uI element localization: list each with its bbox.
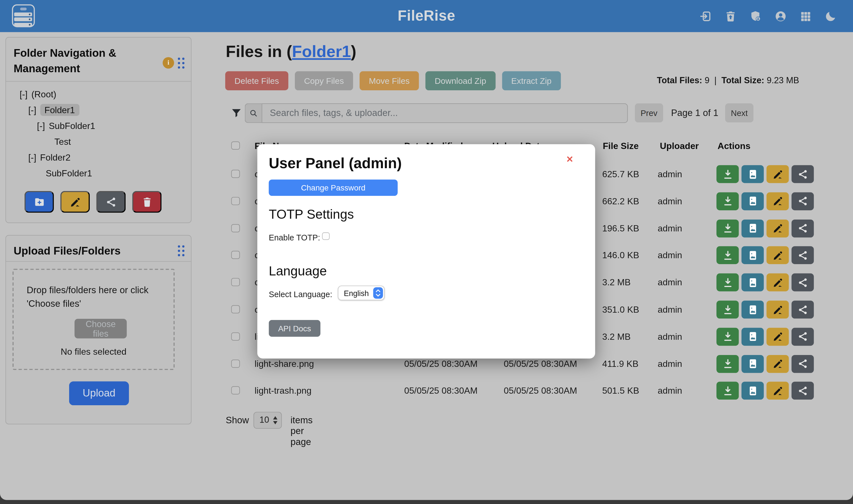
move-files-button[interactable]: Move Files bbox=[360, 71, 419, 90]
share-file-button[interactable] bbox=[792, 165, 814, 183]
preview-file-button[interactable] bbox=[742, 301, 764, 319]
admin-shield-icon[interactable] bbox=[750, 10, 762, 22]
user-profile-icon[interactable] bbox=[775, 10, 786, 22]
next-page-button[interactable]: Next bbox=[725, 103, 754, 122]
folder-tree-item-test[interactable]: Test bbox=[6, 134, 191, 149]
share-file-button[interactable] bbox=[792, 219, 814, 237]
row-checkbox[interactable] bbox=[231, 332, 240, 341]
folder-tree-item-folder1[interactable]: [-]Folder1 bbox=[6, 102, 191, 118]
preview-file-button[interactable] bbox=[742, 246, 764, 265]
choose-files-button[interactable]: Choose files bbox=[74, 319, 127, 338]
drag-handle-icon[interactable] bbox=[178, 58, 184, 69]
share-file-button[interactable] bbox=[792, 301, 814, 319]
file-dropzone[interactable]: Drop files/folders here or click 'Choose… bbox=[13, 269, 175, 370]
copy-files-button[interactable]: Copy Files bbox=[295, 71, 353, 90]
folder-plus-icon bbox=[34, 196, 45, 208]
file-name[interactable]: light-share.png bbox=[255, 359, 314, 369]
rename-file-button[interactable] bbox=[766, 328, 789, 346]
row-checkbox[interactable] bbox=[231, 360, 240, 368]
enable-totp-checkbox[interactable] bbox=[322, 232, 330, 240]
select-all-checkbox[interactable] bbox=[231, 141, 240, 149]
delete-folder-button[interactable] bbox=[132, 191, 161, 213]
share-file-button[interactable] bbox=[792, 328, 814, 346]
share-folder-button[interactable] bbox=[96, 191, 126, 213]
download-file-button[interactable] bbox=[716, 382, 739, 400]
download-file-button[interactable] bbox=[716, 301, 739, 319]
preview-file-button[interactable] bbox=[742, 273, 764, 291]
dropzone-text: Drop files/folders here or click 'Choose… bbox=[26, 283, 168, 310]
download-file-button[interactable] bbox=[716, 328, 739, 346]
share-file-button[interactable] bbox=[792, 273, 814, 291]
row-checkbox[interactable] bbox=[231, 170, 240, 178]
collapse-toggle[interactable]: [-] bbox=[28, 152, 36, 162]
rename-file-button[interactable] bbox=[766, 273, 789, 291]
per-page-select[interactable]: 10 bbox=[253, 412, 282, 429]
collapse-toggle[interactable]: [-] bbox=[19, 89, 28, 99]
prev-page-button[interactable]: Prev bbox=[635, 103, 663, 122]
filter-icon[interactable] bbox=[231, 107, 242, 119]
download-file-button[interactable] bbox=[716, 219, 739, 237]
folder-tree-item-subfolder1[interactable]: [-]SubFolder1 bbox=[6, 118, 191, 134]
upload-panel: Upload Files/Folders Drop files/folders … bbox=[5, 235, 191, 425]
rename-file-button[interactable] bbox=[766, 301, 789, 319]
collapse-toggle[interactable]: [-] bbox=[28, 105, 36, 115]
column-header-size[interactable]: File Size bbox=[603, 141, 638, 151]
trash-restore-icon[interactable] bbox=[725, 10, 737, 22]
share-file-button[interactable] bbox=[792, 382, 814, 400]
share-file-button[interactable] bbox=[792, 246, 814, 265]
api-docs-button[interactable]: API Docs bbox=[269, 320, 320, 337]
language-select[interactable]: English bbox=[338, 286, 385, 300]
apps-grid-icon[interactable] bbox=[800, 10, 812, 22]
logout-icon[interactable] bbox=[700, 10, 711, 22]
close-icon[interactable]: ✕ bbox=[566, 155, 574, 164]
pencil-icon bbox=[772, 331, 783, 342]
row-action-buttons bbox=[716, 382, 814, 400]
row-checkbox[interactable] bbox=[231, 224, 240, 232]
folder-tree-item-folder2[interactable]: [-]Folder2 bbox=[6, 149, 191, 165]
download-file-button[interactable] bbox=[716, 246, 739, 265]
row-checkbox[interactable] bbox=[231, 305, 240, 313]
preview-file-button[interactable] bbox=[742, 219, 764, 237]
drag-handle-icon[interactable] bbox=[178, 245, 184, 256]
info-icon[interactable]: i bbox=[163, 57, 174, 68]
download-icon bbox=[722, 169, 733, 180]
share-file-button[interactable] bbox=[792, 192, 814, 210]
extract-zip-button[interactable]: Extract Zip bbox=[502, 71, 561, 90]
preview-file-button[interactable] bbox=[742, 328, 764, 346]
upload-button[interactable]: Upload bbox=[69, 381, 129, 405]
create-folder-button[interactable] bbox=[24, 191, 54, 213]
collapse-toggle[interactable]: [-] bbox=[37, 121, 45, 131]
rename-file-button[interactable] bbox=[766, 165, 789, 183]
preview-file-button[interactable] bbox=[742, 192, 764, 210]
rename-folder-button[interactable] bbox=[60, 191, 90, 213]
folder-tree-item-root[interactable]: [-](Root) bbox=[6, 87, 191, 103]
rename-file-button[interactable] bbox=[766, 382, 789, 400]
change-password-button[interactable]: Change Password bbox=[269, 179, 398, 196]
preview-file-button[interactable] bbox=[742, 165, 764, 183]
rename-file-button[interactable] bbox=[766, 219, 789, 237]
rename-file-button[interactable] bbox=[766, 355, 789, 373]
current-folder-link[interactable]: Folder1 bbox=[292, 42, 351, 60]
page-status: Page 1 of 1 bbox=[670, 108, 720, 119]
row-checkbox[interactable] bbox=[231, 197, 240, 205]
search-input[interactable] bbox=[261, 103, 628, 123]
dark-mode-moon-icon[interactable] bbox=[825, 10, 837, 22]
download-file-button[interactable] bbox=[716, 192, 739, 210]
row-checkbox[interactable] bbox=[231, 386, 240, 395]
download-file-button[interactable] bbox=[716, 165, 739, 183]
column-header-uploader[interactable]: Uploader bbox=[660, 141, 699, 151]
share-file-button[interactable] bbox=[792, 355, 814, 373]
download-icon bbox=[722, 304, 733, 315]
row-checkbox[interactable] bbox=[231, 251, 240, 259]
preview-file-button[interactable] bbox=[742, 382, 764, 400]
download-zip-button[interactable]: Download Zip bbox=[425, 71, 495, 90]
folder-tree-item-subfolder1[interactable]: SubFolder1 bbox=[6, 165, 191, 181]
preview-file-button[interactable] bbox=[742, 355, 764, 373]
rename-file-button[interactable] bbox=[766, 192, 789, 210]
delete-files-button[interactable]: Delete Files bbox=[225, 71, 288, 90]
row-checkbox[interactable] bbox=[231, 278, 240, 286]
file-name[interactable]: light-trash.png bbox=[255, 386, 311, 396]
download-file-button[interactable] bbox=[716, 355, 739, 373]
download-file-button[interactable] bbox=[716, 273, 739, 291]
rename-file-button[interactable] bbox=[766, 246, 789, 265]
